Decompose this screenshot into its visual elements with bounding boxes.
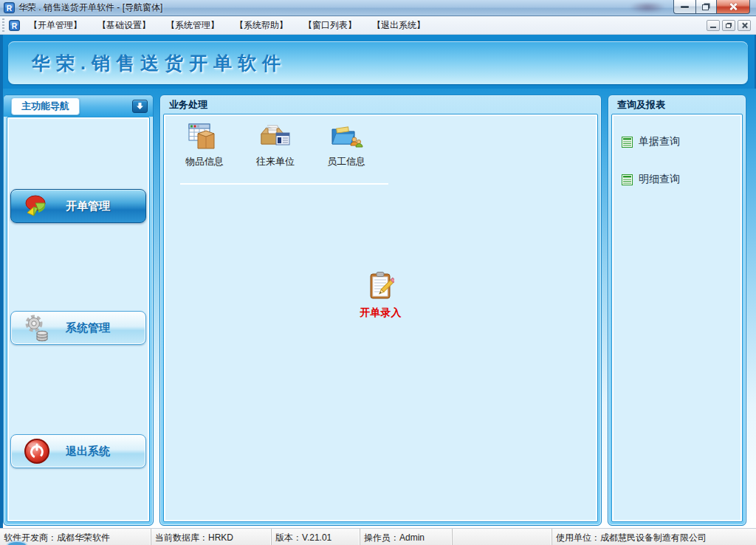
svg-text:R: R [7, 4, 13, 13]
window-title: 华荣 . 销售送货开单软件 - [导航窗体] [18, 1, 162, 14]
shortcut-order-entry[interactable]: 开单录入 [340, 271, 422, 320]
restore-icon [726, 24, 731, 28]
shortcut-row: 物品信息 [177, 120, 374, 168]
reports-panel-title: 查询及报表 [608, 95, 746, 114]
mdi-restore-button[interactable] [722, 20, 735, 31]
status-bar: 软件开发商：成都华荣软件 当前数据库：HRKD 版本：V.21.01 操作员：A… [0, 528, 756, 545]
restore-icon [702, 4, 709, 10]
shortcut-item-info[interactable]: 物品信息 [177, 120, 232, 168]
menu-item-window-list[interactable]: 【窗口列表】 [303, 19, 357, 32]
business-panel-title: 业务处理 [160, 95, 601, 114]
status-version: 版本：V.21.01 [272, 529, 360, 545]
sidebar-button-exit-system[interactable]: 退出系统 [10, 434, 146, 468]
reports-panel-body: 单据查询 明细查询 [611, 114, 743, 522]
pie-chart-icon [23, 192, 51, 220]
status-value: 成都慧民设备制造有限公司 [600, 532, 707, 543]
title-bar[interactable]: R 华荣 . 销售送货开单软件 - [导航窗体] [0, 0, 756, 16]
items-table-box-icon [177, 120, 232, 153]
blurred-smudge [629, 1, 666, 13]
menu-item-system-help[interactable]: 【系统帮助】 [235, 19, 288, 32]
report-item-detail-query[interactable]: 明细查询 [622, 173, 680, 186]
minimize-icon [681, 6, 689, 8]
status-empty-section [453, 529, 552, 545]
menu-item-basic-settings[interactable]: 【基础设置】 [97, 19, 151, 32]
reports-panel: 查询及报表 单据查询 明细查询 [608, 95, 746, 526]
close-icon [741, 22, 748, 29]
sidebar-body: 开单管理 [7, 117, 150, 522]
gear-database-icon [23, 314, 51, 342]
arrow-down-icon [136, 102, 144, 110]
sidebar-button-label: 退出系统 [66, 445, 110, 459]
status-value: HRKD [208, 532, 233, 543]
sidebar-panel: 主功能导航 [3, 95, 154, 526]
status-operator: 操作员：Admin [360, 529, 453, 545]
app-logo-icon: R [4, 2, 15, 13]
menu-logo-icon: R [9, 20, 20, 31]
mdi-close-button[interactable] [738, 20, 751, 31]
clipboard-pencil-icon [368, 290, 394, 303]
sidebar-button-order-management[interactable]: 开单管理 [10, 189, 146, 223]
status-label: 操作员： [364, 532, 399, 543]
status-value: 成都华荣软件 [57, 532, 110, 543]
shortcut-label: 物品信息 [177, 155, 232, 168]
menu-item-order-management[interactable]: 【开单管理】 [29, 19, 82, 32]
menu-item-system-management[interactable]: 【系统管理】 [166, 19, 219, 32]
shortcut-label: 员工信息 [319, 155, 374, 168]
window-minimize-button[interactable] [673, 0, 695, 14]
application-window: R 华荣 . 销售送货开单软件 - [导航窗体] R 【开单管理】 【基础设置】… [0, 0, 756, 545]
report-item-label: 单据查询 [639, 135, 680, 148]
status-label: 使用单位： [556, 532, 600, 543]
banner-panel: 华荣.销售送货开单软件 [8, 41, 748, 84]
status-company: 使用单位：成都慧民设备制造有限公司 [552, 529, 756, 545]
status-database: 当前数据库：HRKD [151, 529, 272, 545]
green-list-icon [622, 174, 633, 185]
window-restore-button[interactable] [695, 0, 717, 14]
workspace: 主功能导航 [0, 89, 756, 528]
sidebar-header: 主功能导航 [4, 95, 153, 117]
banner-title: 华荣.销售送货开单软件 [8, 51, 286, 75]
mdi-child-button-group [707, 20, 751, 31]
toolbar-grip[interactable] [2, 18, 4, 32]
partners-tray-icon [248, 120, 303, 153]
menu-item-exit-system[interactable]: 【退出系统】 [372, 19, 425, 32]
sidebar-button-label: 系统管理 [66, 321, 110, 335]
report-item-label: 明细查询 [639, 173, 680, 186]
sidebar-collapse-button[interactable] [132, 100, 148, 113]
menu-bar: R 【开单管理】 【基础设置】 【系统管理】 【系统帮助】 【窗口列表】 【退出… [0, 16, 756, 35]
shortcut-underline [180, 183, 388, 185]
shortcut-employee-info[interactable]: 员工信息 [319, 120, 374, 168]
status-label: 当前数据库： [155, 532, 208, 543]
sidebar-title: 主功能导航 [11, 97, 80, 115]
shortcut-label: 开单录入 [340, 306, 422, 320]
status-value: Admin [399, 532, 425, 543]
sidebar-button-system-management[interactable]: 系统管理 [10, 311, 146, 345]
svg-text:R: R [12, 21, 18, 30]
caption-button-group [673, 0, 750, 14]
green-list-icon [622, 137, 633, 148]
shortcut-partners[interactable]: 往来单位 [248, 120, 303, 168]
mdi-minimize-button[interactable] [707, 20, 720, 31]
report-item-document-query[interactable]: 单据查询 [622, 135, 680, 148]
sidebar-button-label: 开单管理 [66, 199, 110, 213]
business-panel: 业务处理 [159, 95, 602, 526]
status-value: V.21.01 [302, 532, 331, 543]
minimize-icon [710, 27, 716, 28]
power-icon [23, 437, 51, 465]
corner-ornament [7, 541, 27, 545]
shortcut-label: 往来单位 [248, 155, 303, 168]
status-label: 版本： [275, 532, 302, 543]
employees-folder-icon [319, 120, 374, 153]
close-icon [729, 2, 738, 11]
window-close-button[interactable] [717, 0, 750, 14]
business-panel-body: 物品信息 [163, 114, 598, 522]
banner: 华荣.销售送货开单软件 [0, 35, 756, 89]
